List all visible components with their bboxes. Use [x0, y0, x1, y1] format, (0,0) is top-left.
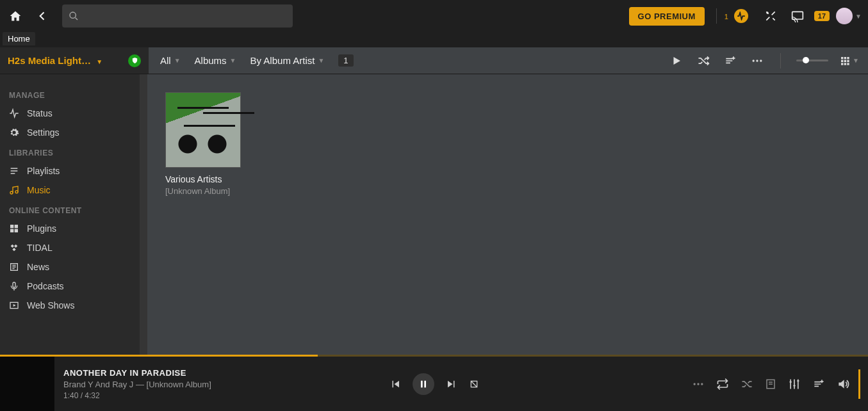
player-right-controls: [692, 369, 860, 399]
album-thumbnail[interactable]: [165, 92, 241, 168]
secure-badge[interactable]: [128, 54, 141, 67]
sidebar-item-status[interactable]: Status: [0, 104, 142, 123]
sidebar-item-music[interactable]: Music: [0, 181, 142, 200]
now-playing-time: 1:40 / 4:32: [63, 391, 221, 400]
play-pause-button[interactable]: [413, 373, 434, 395]
chevron-down-icon: ▼: [174, 57, 181, 64]
repeat-button[interactable]: [716, 378, 729, 391]
now-playing-artist[interactable]: Brand Y And Ray J — [Unknown Album]: [63, 380, 221, 389]
svg-rect-17: [10, 225, 13, 228]
now-playing-title[interactable]: ANOTHER DAY IN PARADISE: [63, 368, 221, 378]
avatar-icon: [836, 8, 853, 24]
player-transport: [389, 373, 479, 395]
svg-point-0: [70, 12, 76, 18]
svg-rect-20: [15, 229, 18, 232]
back-button[interactable]: [32, 6, 53, 26]
zoom-thumb[interactable]: [803, 57, 809, 63]
svg-point-4: [756, 60, 758, 61]
content-grid: Various Artists [Unknown Album]: [142, 74, 868, 355]
filter-all[interactable]: All▼: [160, 55, 181, 66]
lyrics-button[interactable]: [765, 378, 776, 390]
grid-icon: [840, 56, 850, 66]
zoom-slider[interactable]: [796, 60, 828, 61]
equalizer-button[interactable]: [788, 378, 801, 391]
sidebar-item-plugins[interactable]: Plugins: [0, 219, 142, 238]
filter-type[interactable]: Albums▼: [195, 55, 236, 66]
gear-icon: [9, 127, 19, 138]
mic-icon: [9, 281, 19, 291]
breadcrumb-home[interactable]: Home: [3, 32, 35, 45]
sidebar-item-label: Plugins: [27, 223, 56, 234]
news-icon: [9, 262, 19, 272]
sidebar-item-news[interactable]: News: [0, 257, 142, 277]
activity-icon: [9, 108, 19, 118]
sidebar-item-podcasts[interactable]: Podcasts: [0, 277, 142, 296]
svg-rect-24: [421, 380, 423, 387]
account-menu[interactable]: ▼: [836, 8, 862, 24]
svg-rect-2: [792, 12, 803, 19]
svg-point-3: [753, 60, 755, 61]
svg-rect-22: [13, 282, 15, 287]
svg-rect-13: [844, 63, 846, 65]
player-shuffle-button[interactable]: [741, 378, 753, 391]
shuffle-button[interactable]: [696, 54, 711, 67]
alerts-badge[interactable]: 17: [814, 11, 830, 21]
album-title: [Unknown Album]: [165, 186, 242, 196]
settings-tools-button[interactable]: [760, 6, 781, 26]
album-artist: Various Artists: [165, 174, 242, 184]
go-premium-button[interactable]: GO PREMIUM: [629, 7, 705, 26]
activity-icon: [734, 9, 748, 23]
sidebar-item-tidal[interactable]: TIDAL: [0, 238, 142, 257]
cast-icon: [791, 10, 804, 22]
skip-back-icon: [389, 378, 401, 390]
queue-button[interactable]: [812, 378, 825, 391]
library-selector[interactable]: H2s Media Light… ▼: [8, 55, 123, 66]
sidebar-item-label: Status: [27, 108, 53, 118]
queue-icon: [812, 378, 825, 391]
volume-button[interactable]: [837, 378, 849, 391]
filter-sort[interactable]: By Album Artist▼: [250, 55, 325, 66]
next-button[interactable]: [446, 378, 457, 390]
svg-point-15: [10, 191, 13, 194]
sidebar-item-label: Podcasts: [27, 281, 64, 291]
tidal-icon: [9, 243, 19, 253]
stop-button[interactable]: [469, 379, 479, 389]
sidebar-item-label: Web Shows: [27, 300, 74, 310]
previous-button[interactable]: [389, 378, 401, 390]
album-card[interactable]: Various Artists [Unknown Album]: [165, 92, 242, 196]
home-button[interactable]: [5, 6, 26, 26]
tools-icon: [764, 10, 777, 22]
chevron-down-icon: ▼: [853, 57, 859, 64]
now-playing-art[interactable]: [0, 357, 54, 411]
queue-add-icon: [724, 54, 737, 67]
sidebar-item-settings[interactable]: Settings: [0, 123, 142, 142]
more-button[interactable]: [749, 54, 765, 67]
sidebar-heading-online: ONLINE CONTENT: [0, 200, 142, 219]
activity-button[interactable]: 1: [728, 9, 754, 23]
filter-label: By Album Artist: [250, 55, 315, 66]
lyrics-icon: [765, 378, 776, 390]
svg-rect-11: [847, 60, 849, 61]
play-all-button[interactable]: [669, 55, 684, 67]
home-icon: [9, 10, 22, 22]
add-to-queue-button[interactable]: [723, 54, 738, 67]
chevron-down-icon: ▼: [96, 58, 102, 65]
sidebar-scrollbar[interactable]: [140, 74, 147, 355]
playlist-icon: [9, 166, 19, 176]
shuffle-icon: [697, 54, 710, 67]
svg-point-27: [694, 383, 696, 385]
sidebar-item-webshows[interactable]: Web Shows: [0, 296, 142, 315]
search-icon: [69, 11, 79, 21]
sidebar-item-label: Settings: [27, 127, 60, 138]
sidebar-item-label: Playlists: [27, 166, 60, 176]
svg-point-5: [760, 60, 762, 61]
sidebar: MANAGE Status Settings LIBRARIES Playlis…: [0, 74, 142, 355]
cast-button[interactable]: [787, 6, 808, 26]
player-more-button[interactable]: [692, 378, 705, 391]
search-input[interactable]: [62, 4, 293, 28]
sidebar-item-playlists[interactable]: Playlists: [0, 161, 142, 181]
chevron-down-icon: ▼: [318, 57, 324, 64]
play-icon: [671, 55, 682, 67]
view-mode-button[interactable]: ▼: [840, 56, 859, 66]
sidebar-item-label: Music: [27, 185, 51, 195]
